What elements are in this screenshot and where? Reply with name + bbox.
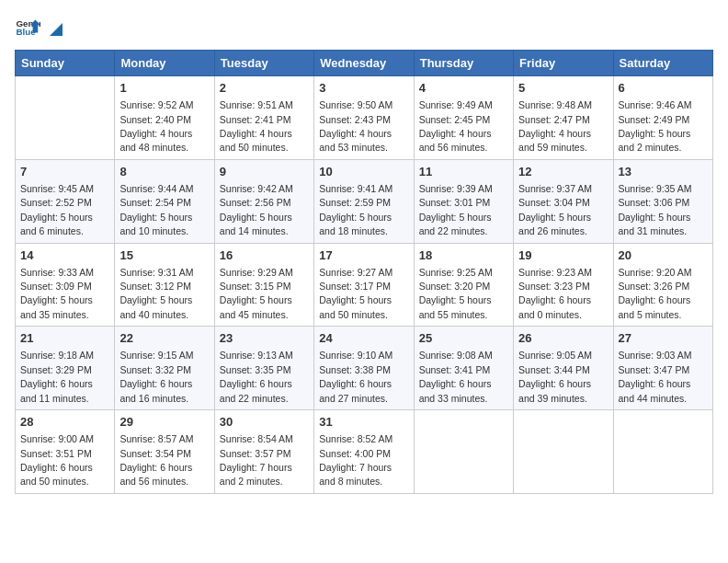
day-number: 14 — [20, 247, 109, 264]
day-number: 22 — [119, 330, 209, 347]
day-number: 25 — [419, 330, 508, 347]
day-cell — [613, 410, 712, 494]
day-info: Sunrise: 9:00 AMSunset: 3:51 PMDaylight:… — [20, 433, 94, 487]
day-info: Sunrise: 9:44 AMSunset: 2:54 PMDaylight:… — [119, 183, 193, 236]
day-number: 29 — [119, 414, 209, 431]
day-cell: 24Sunrise: 9:10 AMSunset: 3:38 PMDayligh… — [314, 327, 414, 410]
day-info: Sunrise: 9:27 AMSunset: 3:17 PMDaylight:… — [319, 267, 392, 320]
day-cell: 31Sunrise: 8:52 AMSunset: 4:00 PMDayligh… — [314, 410, 414, 494]
day-info: Sunrise: 9:25 AMSunset: 3:20 PMDaylight:… — [419, 267, 493, 320]
day-info: Sunrise: 9:46 AMSunset: 2:49 PMDaylight:… — [619, 99, 692, 153]
logo-icon: General Blue — [15, 15, 40, 40]
day-info: Sunrise: 9:13 AMSunset: 3:35 PMDaylight:… — [220, 350, 293, 403]
day-number: 17 — [319, 247, 408, 264]
day-cell — [16, 76, 115, 160]
day-number: 11 — [419, 164, 508, 180]
day-number: 12 — [518, 164, 608, 180]
day-info: Sunrise: 9:45 AMSunset: 2:52 PMDaylight:… — [20, 183, 94, 236]
day-number: 8 — [119, 164, 209, 180]
day-cell: 4Sunrise: 9:49 AMSunset: 2:45 PMDaylight… — [414, 76, 513, 160]
day-info: Sunrise: 9:52 AMSunset: 2:40 PMDaylight:… — [119, 99, 193, 153]
day-cell: 22Sunrise: 9:15 AMSunset: 3:32 PMDayligh… — [115, 327, 214, 410]
day-cell: 9Sunrise: 9:42 AMSunset: 2:56 PMDaylight… — [214, 159, 313, 243]
day-number: 27 — [619, 330, 708, 347]
day-number: 1 — [119, 80, 209, 97]
header-day-wednesday: Wednesday — [314, 51, 414, 76]
day-cell: 23Sunrise: 9:13 AMSunset: 3:35 PMDayligh… — [214, 327, 313, 410]
logo: General Blue — [15, 15, 68, 40]
header-day-sunday: Sunday — [16, 51, 115, 76]
day-cell: 5Sunrise: 9:48 AMSunset: 2:47 PMDaylight… — [514, 76, 613, 160]
day-number: 5 — [518, 80, 608, 97]
day-info: Sunrise: 9:48 AMSunset: 2:47 PMDaylight:… — [518, 99, 592, 153]
day-info: Sunrise: 9:49 AMSunset: 2:45 PMDaylight:… — [419, 99, 493, 153]
day-info: Sunrise: 9:03 AMSunset: 3:47 PMDaylight:… — [619, 350, 692, 403]
day-cell: 26Sunrise: 9:05 AMSunset: 3:44 PMDayligh… — [514, 327, 613, 410]
day-number: 16 — [220, 247, 309, 264]
day-number: 4 — [419, 80, 508, 97]
day-number: 20 — [619, 247, 708, 264]
day-info: Sunrise: 9:33 AMSunset: 3:09 PMDaylight:… — [20, 267, 94, 320]
day-number: 19 — [518, 247, 608, 264]
day-cell: 2Sunrise: 9:51 AMSunset: 2:41 PMDaylight… — [214, 76, 313, 160]
day-info: Sunrise: 9:15 AMSunset: 3:32 PMDaylight:… — [119, 350, 193, 403]
day-cell — [514, 410, 613, 494]
day-cell: 14Sunrise: 9:33 AMSunset: 3:09 PMDayligh… — [16, 243, 115, 327]
day-number: 23 — [220, 330, 309, 347]
day-info: Sunrise: 9:23 AMSunset: 3:23 PMDaylight:… — [518, 267, 592, 320]
day-cell: 28Sunrise: 9:00 AMSunset: 3:51 PMDayligh… — [16, 410, 115, 494]
day-cell: 6Sunrise: 9:46 AMSunset: 2:49 PMDaylight… — [613, 76, 712, 160]
day-info: Sunrise: 9:29 AMSunset: 3:15 PMDaylight:… — [220, 267, 293, 320]
day-cell: 13Sunrise: 9:35 AMSunset: 3:06 PMDayligh… — [613, 159, 712, 243]
header-day-friday: Friday — [514, 51, 613, 76]
day-cell: 29Sunrise: 8:57 AMSunset: 3:54 PMDayligh… — [115, 410, 214, 494]
header: General Blue — [15, 15, 713, 40]
day-number: 2 — [220, 80, 309, 97]
day-cell: 3Sunrise: 9:50 AMSunset: 2:43 PMDaylight… — [314, 76, 414, 160]
week-row-5: 28Sunrise: 9:00 AMSunset: 3:51 PMDayligh… — [16, 410, 713, 494]
logo-triangle-icon — [46, 19, 66, 40]
header-day-thursday: Thursday — [414, 51, 513, 76]
day-number: 10 — [319, 164, 408, 180]
day-info: Sunrise: 8:54 AMSunset: 3:57 PMDaylight:… — [220, 433, 293, 487]
day-number: 15 — [119, 247, 209, 264]
day-number: 13 — [619, 164, 708, 180]
day-info: Sunrise: 8:57 AMSunset: 3:54 PMDaylight:… — [119, 433, 193, 487]
week-row-4: 21Sunrise: 9:18 AMSunset: 3:29 PMDayligh… — [16, 327, 713, 410]
day-number: 21 — [20, 330, 109, 347]
day-cell: 10Sunrise: 9:41 AMSunset: 2:59 PMDayligh… — [314, 159, 414, 243]
day-info: Sunrise: 8:52 AMSunset: 4:00 PMDaylight:… — [319, 433, 392, 487]
day-number: 9 — [220, 164, 309, 180]
day-number: 18 — [419, 247, 508, 264]
day-info: Sunrise: 9:51 AMSunset: 2:41 PMDaylight:… — [220, 99, 293, 153]
day-info: Sunrise: 9:39 AMSunset: 3:01 PMDaylight:… — [419, 183, 493, 236]
day-cell: 20Sunrise: 9:20 AMSunset: 3:26 PMDayligh… — [613, 243, 712, 327]
day-cell: 8Sunrise: 9:44 AMSunset: 2:54 PMDaylight… — [115, 159, 214, 243]
week-row-1: 1Sunrise: 9:52 AMSunset: 2:40 PMDaylight… — [16, 76, 713, 160]
day-cell: 27Sunrise: 9:03 AMSunset: 3:47 PMDayligh… — [613, 327, 712, 410]
day-info: Sunrise: 9:18 AMSunset: 3:29 PMDaylight:… — [20, 350, 94, 403]
day-number: 26 — [518, 330, 608, 347]
day-cell: 11Sunrise: 9:39 AMSunset: 3:01 PMDayligh… — [414, 159, 513, 243]
week-row-2: 7Sunrise: 9:45 AMSunset: 2:52 PMDaylight… — [16, 159, 713, 243]
day-info: Sunrise: 9:42 AMSunset: 2:56 PMDaylight:… — [220, 183, 293, 236]
header-day-saturday: Saturday — [613, 51, 712, 76]
header-day-tuesday: Tuesday — [214, 51, 313, 76]
days-header-row: SundayMondayTuesdayWednesdayThursdayFrid… — [16, 51, 713, 76]
day-cell: 25Sunrise: 9:08 AMSunset: 3:41 PMDayligh… — [414, 327, 513, 410]
day-info: Sunrise: 9:50 AMSunset: 2:43 PMDaylight:… — [319, 99, 392, 153]
day-info: Sunrise: 9:37 AMSunset: 3:04 PMDaylight:… — [518, 183, 592, 236]
day-number: 7 — [20, 164, 109, 180]
day-info: Sunrise: 9:41 AMSunset: 2:59 PMDaylight:… — [319, 183, 392, 236]
day-cell: 18Sunrise: 9:25 AMSunset: 3:20 PMDayligh… — [414, 243, 513, 327]
header-day-monday: Monday — [115, 51, 214, 76]
day-info: Sunrise: 9:31 AMSunset: 3:12 PMDaylight:… — [119, 267, 193, 320]
day-cell: 17Sunrise: 9:27 AMSunset: 3:17 PMDayligh… — [314, 243, 414, 327]
day-info: Sunrise: 9:05 AMSunset: 3:44 PMDaylight:… — [518, 350, 592, 403]
day-info: Sunrise: 9:35 AMSunset: 3:06 PMDaylight:… — [619, 183, 692, 236]
day-cell: 21Sunrise: 9:18 AMSunset: 3:29 PMDayligh… — [16, 327, 115, 410]
day-cell: 30Sunrise: 8:54 AMSunset: 3:57 PMDayligh… — [214, 410, 313, 494]
day-info: Sunrise: 9:20 AMSunset: 3:26 PMDaylight:… — [619, 267, 692, 320]
day-number: 31 — [319, 414, 408, 431]
week-row-3: 14Sunrise: 9:33 AMSunset: 3:09 PMDayligh… — [16, 243, 713, 327]
